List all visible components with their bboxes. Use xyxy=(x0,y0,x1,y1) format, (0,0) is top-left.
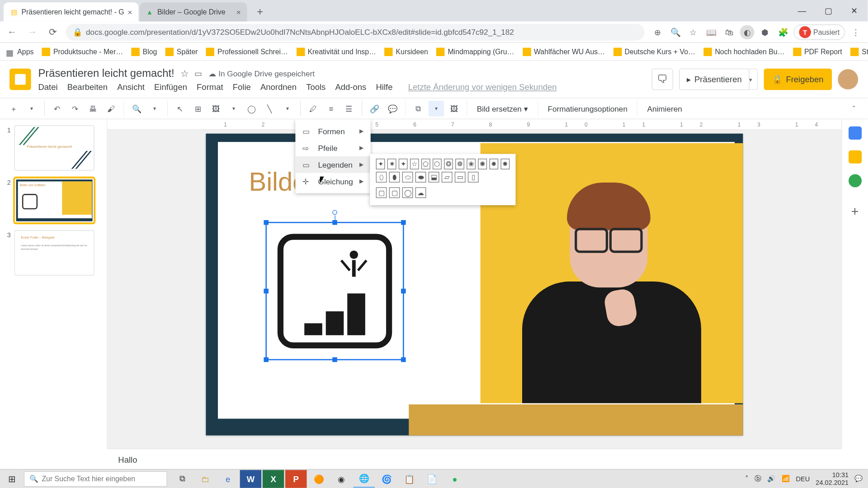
new-tab-button[interactable]: + xyxy=(252,4,269,20)
animate-button[interactable]: Animieren xyxy=(642,104,687,113)
fill-color-button[interactable]: 🖊 xyxy=(306,101,321,116)
star-icon[interactable]: ☆ xyxy=(686,25,701,39)
addons-plus-icon[interactable]: + xyxy=(851,204,859,219)
shape-option[interactable]: ▢ xyxy=(389,187,400,198)
comments-button[interactable]: 🗨 xyxy=(651,69,673,90)
shape-option[interactable]: ⬠ xyxy=(421,159,430,169)
clock[interactable]: 10:3124.02.2021 xyxy=(816,471,849,486)
shape-option[interactable]: ▱ xyxy=(442,172,453,183)
bookmark-item[interactable]: Blog xyxy=(132,47,157,56)
menu-help[interactable]: Hilfe xyxy=(376,82,392,92)
account-avatar[interactable] xyxy=(838,69,858,89)
shape-option[interactable]: ⬬ xyxy=(415,172,426,183)
comment-button[interactable]: 💬 xyxy=(385,101,400,116)
share-button[interactable]: 🔒 Freigeben xyxy=(764,69,832,90)
bookmark-item[interactable]: Wahlfächer WU Aus… xyxy=(523,47,605,56)
image-dropdown[interactable]: ▾ xyxy=(226,101,241,116)
menu-insert[interactable]: Einfügen xyxy=(154,82,187,92)
menu-format[interactable]: Format xyxy=(197,82,223,92)
zoom-icon[interactable]: 🔍 xyxy=(668,25,683,39)
close-icon[interactable]: × xyxy=(236,8,241,17)
present-dropdown[interactable]: ▾ xyxy=(744,69,758,90)
line-tool[interactable]: ╲ xyxy=(262,101,277,116)
rotate-handle[interactable] xyxy=(332,210,337,215)
powerpoint-icon[interactable]: P xyxy=(285,470,307,488)
ext-icon[interactable]: ◐ xyxy=(740,25,755,39)
wifi-icon[interactable]: 📶 xyxy=(782,475,790,483)
menu-edit[interactable]: Bearbeiten xyxy=(67,82,108,92)
move-icon[interactable]: ▭ xyxy=(194,69,202,78)
excel-icon[interactable]: X xyxy=(263,470,284,488)
shape-option[interactable]: ✷ xyxy=(387,159,396,169)
spotify-icon[interactable]: ● xyxy=(444,470,466,488)
shape-option[interactable]: ✦ xyxy=(376,159,385,169)
menu-arrange[interactable]: Anordnen xyxy=(260,82,297,92)
line-dropdown[interactable]: ▾ xyxy=(280,101,295,116)
back-button[interactable]: ← xyxy=(5,25,19,39)
redo-button[interactable]: ↷ xyxy=(67,101,83,116)
notifications-icon[interactable]: 💬 xyxy=(854,475,863,483)
chrome-menu-button[interactable]: ⋮ xyxy=(849,25,863,39)
slide-thumb-3[interactable]: 3 Erste Folie – BeispielLorem ipsum dolo… xyxy=(5,230,102,276)
maximize-button[interactable]: ▢ xyxy=(815,0,841,22)
mask-button[interactable]: ▾ xyxy=(429,101,444,116)
collapse-toolbar-button[interactable]: ˆ xyxy=(846,101,862,116)
shape-option[interactable]: ⬓ xyxy=(429,172,439,183)
menu-view[interactable]: Ansicht xyxy=(117,82,145,92)
shape-option[interactable]: ▭ xyxy=(455,172,466,183)
menu-slide[interactable]: Folie xyxy=(233,82,251,92)
border-weight-button[interactable]: ☰ xyxy=(341,101,357,116)
crop-button[interactable]: ⧉ xyxy=(410,101,426,116)
bookmark-item[interactable]: Kursideen xyxy=(384,47,428,56)
link-button[interactable]: 🔗 xyxy=(367,101,382,116)
bluetooth-icon[interactable]: ⓑ xyxy=(755,474,761,483)
shape-option[interactable]: ◯ xyxy=(402,187,413,198)
border-color-button[interactable]: ≡ xyxy=(323,101,339,116)
tab-drive[interactable]: ▲ Bilder – Google Drive × xyxy=(139,2,247,21)
extensions-button[interactable]: 🧩 xyxy=(776,25,790,39)
volume-icon[interactable]: 🔊 xyxy=(767,475,775,483)
format-options-button[interactable]: Formatierungsoptionen xyxy=(543,104,632,113)
zoom-button[interactable]: 🔍 xyxy=(129,101,144,116)
star-icon[interactable]: ☆ xyxy=(180,68,189,79)
slide-photo[interactable] xyxy=(481,143,743,404)
forward-button[interactable]: → xyxy=(25,25,39,39)
shape-option[interactable]: ▢ xyxy=(376,187,387,198)
select-tool[interactable]: ↖ xyxy=(172,101,188,116)
keep-icon[interactable] xyxy=(848,150,861,164)
url-input[interactable]: 🔒 docs.google.com/presentation/d/1yV372S… xyxy=(66,23,644,40)
bookmark-item[interactable]: Noch hochladen Bu… xyxy=(703,47,784,56)
shape-option[interactable]: ❀ xyxy=(467,159,476,169)
ext-icon[interactable]: ⬢ xyxy=(758,25,772,39)
menu-item-shapes[interactable]: ▭Formen▶ xyxy=(295,123,370,140)
ext-icon[interactable]: 🛍 xyxy=(722,25,736,39)
explorer-icon[interactable]: 🗀 xyxy=(194,470,216,488)
reset-image-button[interactable]: 🖼 xyxy=(446,101,462,116)
minimize-button[interactable]: — xyxy=(789,0,815,22)
paint-format-button[interactable]: 🖌 xyxy=(103,101,118,116)
menu-item-arrows[interactable]: ⇨Pfeile▶ xyxy=(295,140,370,156)
shape-option[interactable]: ⬡ xyxy=(433,159,442,169)
chrome-icon[interactable]: 🌐 xyxy=(353,470,375,488)
new-slide-dropdown[interactable]: ▾ xyxy=(24,101,39,116)
print-button[interactable]: 🖶 xyxy=(85,101,101,116)
tray-chevron-icon[interactable]: ˄ xyxy=(745,475,749,483)
zoom-dropdown[interactable]: ▾ xyxy=(147,101,162,116)
bookmark-item[interactable]: Kreativität und Insp… xyxy=(296,47,376,56)
menu-item-equation[interactable]: ✛Gleichung▶ xyxy=(295,173,370,190)
tab-slides[interactable]: ▤ Präsentieren leicht gemacht! - G × xyxy=(4,2,138,21)
shape-option[interactable]: ▯ xyxy=(468,172,479,183)
slide-canvas[interactable]: 1 2 3 4 5 6 7 8 9 10 11 12 13 14 15 16 1… xyxy=(108,119,842,449)
app-icon[interactable]: 📋 xyxy=(399,470,420,488)
bookmark-item[interactable]: Professionell Schrei… xyxy=(206,47,288,56)
new-slide-button[interactable]: + xyxy=(6,101,21,116)
shape-option[interactable]: ⬮ xyxy=(389,172,400,183)
bookmark-item[interactable]: Steuern Lesen !!!! xyxy=(850,47,868,56)
replace-image-button[interactable]: Bild ersetzen ▾ xyxy=(472,104,533,113)
language-indicator[interactable]: DEU xyxy=(796,475,810,482)
start-button[interactable]: ⊞ xyxy=(0,473,24,484)
tasks-icon[interactable] xyxy=(848,174,861,187)
bookmark-apps[interactable]: Apps xyxy=(6,47,33,56)
shape-option[interactable]: ✸ xyxy=(500,159,509,169)
menu-addons[interactable]: Add-ons xyxy=(335,82,366,92)
